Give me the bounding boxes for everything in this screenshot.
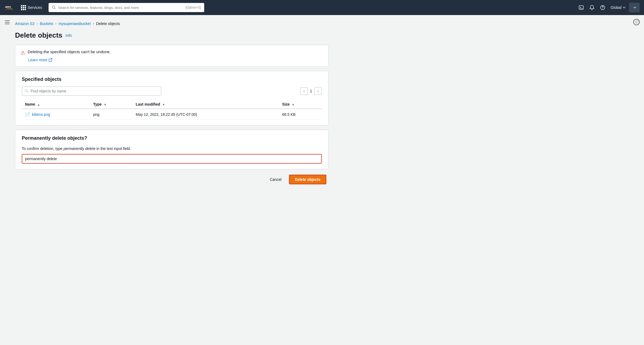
cell-size: 66.5 KB (279, 109, 322, 120)
confirm-text: To confirm deletion, type permanently de… (22, 146, 322, 151)
search-input[interactable] (58, 6, 184, 10)
bell-button[interactable] (587, 3, 597, 12)
page-title-row: Delete objects Info (15, 31, 328, 39)
col-type: Type ▼ (90, 100, 133, 109)
page-info-button[interactable]: ⓘ (633, 19, 640, 25)
col-name: Name ▲ (22, 100, 90, 109)
warning-row: ⚠ Deleting the specified objects can't b… (21, 49, 323, 56)
help-button[interactable] (598, 3, 608, 12)
col-last-modified: Last modified ▼ (133, 100, 279, 109)
specified-objects-card: Specified objects ‹ 1 › (15, 71, 328, 125)
delete-objects-button[interactable]: Delete objects (289, 175, 326, 184)
global-button[interactable]: Global (609, 4, 628, 11)
account-button[interactable] (629, 3, 640, 12)
warning-banner: ⚠ Deleting the specified objects can't b… (15, 45, 328, 67)
search-shortcut: [Option+S] (186, 6, 201, 9)
breadcrumb-sep-2: › (55, 22, 56, 26)
action-bar: Cancel Delete objects (15, 175, 328, 184)
table-header: Name ▲ Type ▼ Last modified ▼ Size (22, 100, 322, 109)
sidebar-toggle-button[interactable] (0, 15, 15, 193)
pagination-next-button[interactable]: › (314, 87, 322, 95)
global-label: Global (611, 5, 621, 10)
pagination-prev-button[interactable]: ‹ (300, 87, 308, 95)
learn-more-link[interactable]: Learn more (28, 58, 323, 62)
info-link[interactable]: Info (65, 33, 72, 38)
type-sort-icon[interactable]: ▼ (104, 103, 107, 106)
svg-rect-2 (579, 6, 583, 9)
breadcrumb-sep-1: › (36, 22, 38, 26)
objects-table: Name ▲ Type ▼ Last modified ▼ Size (22, 100, 322, 120)
terminal-button[interactable] (576, 3, 586, 12)
svg-point-4 (602, 9, 603, 9)
table-row: 📄 kittens.png png May 12, 2022, 18:22:45… (22, 109, 322, 120)
nav-icons: Global (576, 3, 640, 12)
modified-sort-icon[interactable]: ▼ (162, 103, 165, 106)
file-icon: 📄 (25, 112, 30, 117)
search-bar[interactable]: [Option+S] (49, 3, 204, 12)
cell-last-modified: May 12, 2022, 18:22:45 (UTC-07:00) (133, 109, 279, 120)
external-link-icon (49, 58, 52, 62)
confirm-delete-input[interactable] (22, 154, 322, 164)
breadcrumb-amazon-s3[interactable]: Amazon S3 (15, 21, 34, 26)
main-layout: Amazon S3 › Buckets › mysuperawsbucket ›… (0, 15, 644, 193)
breadcrumb: Amazon S3 › Buckets › mysuperawsbucket ›… (15, 19, 328, 26)
pagination: ‹ 1 › (300, 87, 322, 95)
top-navigation: aws Services [Option+S] (0, 0, 644, 15)
objects-search-row: ‹ 1 › (22, 87, 322, 96)
chevron-down-icon (623, 6, 626, 9)
cell-name: 📄 kittens.png (22, 109, 90, 120)
breadcrumb-buckets[interactable]: Buckets (40, 21, 53, 26)
aws-logo[interactable]: aws (4, 2, 14, 13)
cancel-button[interactable]: Cancel (266, 175, 285, 184)
file-link[interactable]: 📄 kittens.png (25, 112, 87, 117)
account-chevron-icon (633, 6, 636, 9)
permanently-delete-card: Permanently delete objects? To confirm d… (15, 130, 328, 169)
permanently-delete-title: Permanently delete objects? (22, 135, 322, 141)
page-title: Delete objects (15, 31, 62, 39)
size-sort-icon[interactable]: ▼ (292, 103, 294, 106)
object-search-bar[interactable] (22, 87, 161, 96)
services-label: Services (28, 5, 42, 10)
obj-search-icon (25, 89, 28, 93)
warning-icon: ⚠ (21, 50, 25, 56)
breadcrumb-bucket-name[interactable]: mysuperawsbucket (58, 21, 91, 26)
warning-text: Deleting the specified objects can't be … (28, 49, 111, 54)
pagination-current: 1 (310, 89, 312, 93)
content-area: Amazon S3 › Buckets › mysuperawsbucket ›… (15, 15, 337, 193)
object-search-input[interactable] (31, 89, 158, 93)
services-button[interactable]: Services (19, 4, 44, 11)
col-size: Size ▼ (279, 100, 322, 109)
search-icon (52, 5, 56, 10)
breadcrumb-sep-3: › (93, 22, 94, 26)
breadcrumb-current: Delete objects (96, 21, 120, 26)
svg-text:aws: aws (5, 5, 11, 8)
specified-objects-title: Specified objects (22, 77, 322, 82)
name-sort-icon[interactable]: ▲ (37, 103, 40, 106)
table-body: 📄 kittens.png png May 12, 2022, 18:22:45… (22, 109, 322, 120)
grid-icon (21, 5, 26, 10)
cell-type: png (90, 109, 133, 120)
